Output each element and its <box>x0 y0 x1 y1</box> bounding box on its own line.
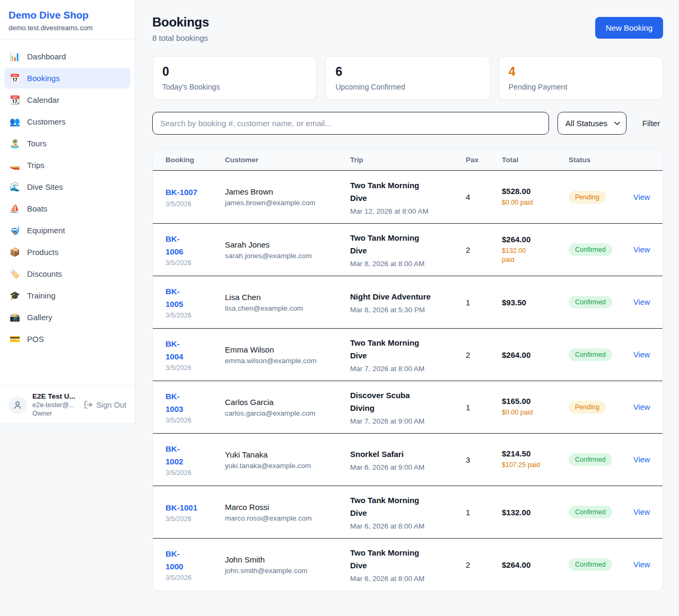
filter-row: All Statuses Filter <box>152 112 663 135</box>
sidebar-item-dive-sites[interactable]: 🌊 Dive Sites <box>4 177 130 197</box>
sidebar-item-discounts[interactable]: 🏷️ Discounts <box>4 263 130 284</box>
booking-id-link[interactable]: BK- 1005 <box>166 285 183 310</box>
booking-id-link[interactable]: BK- 1002 <box>166 443 183 468</box>
booking-date: 3/5/2026 <box>166 515 225 523</box>
shop-domain: demo.test.divestreams.com <box>8 24 126 32</box>
pax-count: 2 <box>466 245 502 254</box>
wave-icon: 🌊 <box>10 182 20 192</box>
page-title-block: Bookings 8 total bookings <box>152 15 209 42</box>
sidebar-item-customers[interactable]: 👥 Customers <box>4 111 130 132</box>
total-cell: $214.50 $107.25 paid <box>502 449 569 470</box>
status-badge: Confirmed <box>569 296 612 309</box>
trip-name: Two Tank Morning Dive <box>350 232 466 257</box>
column-header-total: Total <box>502 156 569 164</box>
status-badge: Confirmed <box>569 506 612 518</box>
pax-count: 1 <box>466 508 502 517</box>
total-cell: $93.50 <box>502 298 569 307</box>
trip-datetime: Mar 8, 2026 at 5:30 PM <box>350 306 466 314</box>
trip-name: Two Tank Morning Dive <box>350 179 466 205</box>
trip-name: Snorkel Safari <box>350 448 466 461</box>
view-link[interactable]: View <box>633 193 650 201</box>
sign-out-button[interactable]: Sign Out <box>84 400 126 409</box>
customer-email: sarah.jones@example.com <box>225 252 350 260</box>
person-icon <box>13 400 22 410</box>
view-link[interactable]: View <box>633 455 650 464</box>
view-link[interactable]: View <box>633 245 650 254</box>
new-booking-button[interactable]: New Booking <box>595 17 663 39</box>
view-link[interactable]: View <box>633 350 650 359</box>
sidebar-item-tours[interactable]: 🏝️ Tours <box>4 133 130 154</box>
customer-cell: Lisa Chen lisa.chen@example.com <box>225 293 350 312</box>
column-header-pax: Pax <box>466 156 502 164</box>
booking-id-link[interactable]: BK- 1003 <box>166 390 183 415</box>
sidebar-item-pos[interactable]: 💳 POS <box>4 329 130 349</box>
user-role: Owner <box>32 410 75 417</box>
booking-cell: BK-1007 3/5/2026 <box>166 186 225 207</box>
booking-id-link[interactable]: BK- 1006 <box>166 233 183 258</box>
trip-datetime: Mar 6, 2026 at 8:00 AM <box>350 522 466 530</box>
status-filter-select[interactable]: All Statuses <box>558 112 626 135</box>
column-header-status: Status <box>569 156 633 164</box>
view-link[interactable]: View <box>633 560 650 569</box>
stat-card: 0 Today's Bookings <box>152 56 317 100</box>
filter-button[interactable]: Filter <box>642 119 660 128</box>
user-email: e2e-tester@... <box>32 401 75 409</box>
user-name: E2E Test U... <box>32 392 75 400</box>
customer-cell: John Smith john.smith@example.com <box>225 555 350 575</box>
sign-out-label: Sign Out <box>97 401 126 409</box>
page-subtitle: 8 total bookings <box>152 33 209 42</box>
stats-row: 0 Today's Bookings 6 Upcoming Confirmed … <box>152 56 663 100</box>
shop-name: Demo Dive Shop <box>8 10 126 21</box>
stat-value: 4 <box>509 65 653 79</box>
sidebar-item-trips[interactable]: 🚤 Trips <box>4 155 130 175</box>
pax-count: 2 <box>466 350 502 359</box>
booking-date: 3/5/2026 <box>166 574 225 582</box>
sidebar-item-label: Discounts <box>27 269 62 278</box>
sidebar-item-label: Gallery <box>27 313 53 322</box>
total-amount: $165.00 <box>502 397 569 406</box>
customer-email: emma.wilson@example.com <box>225 357 350 365</box>
booking-id-link[interactable]: BK- 1000 <box>166 548 183 573</box>
graduation-cap-icon: 🎓 <box>10 291 20 301</box>
trip-cell: Two Tank Morning Dive Mar 6, 2026 at 8:0… <box>350 547 466 583</box>
customer-cell: Sarah Jones sarah.jones@example.com <box>225 240 350 260</box>
booking-id-link[interactable]: BK-1001 <box>166 501 197 514</box>
paid-amount: $107.25 paid <box>502 461 569 470</box>
package-icon: 📦 <box>10 247 20 257</box>
actions-cell: View <box>633 560 650 569</box>
booking-id-link[interactable]: BK- 1004 <box>166 338 183 363</box>
table-row: BK-1007 3/5/2026 James Brown james.brown… <box>153 171 663 223</box>
credit-card-icon: 💳 <box>10 334 20 344</box>
view-link[interactable]: View <box>633 403 650 411</box>
status-cell: Confirmed <box>569 348 633 361</box>
pax-count: 1 <box>466 403 502 412</box>
sidebar-item-calendar[interactable]: 📆 Calendar <box>4 90 130 110</box>
main-content: Bookings 8 total bookings New Booking 0 … <box>135 0 679 609</box>
search-input[interactable] <box>152 112 549 135</box>
diving-mask-icon: 🤿 <box>10 225 20 235</box>
actions-cell: View <box>633 297 650 307</box>
avatar <box>8 396 27 414</box>
trip-cell: Discover Scuba Diving Mar 7, 2026 at 9:0… <box>350 389 466 425</box>
booking-cell: BK- 1002 3/5/2026 <box>166 443 225 477</box>
total-amount: $264.00 <box>502 235 569 244</box>
status-badge: Pending <box>569 191 606 204</box>
booking-id-link[interactable]: BK-1007 <box>166 186 197 198</box>
trip-cell: Snorkel Safari Mar 6, 2026 at 9:00 AM <box>350 448 466 471</box>
view-link[interactable]: View <box>633 298 650 306</box>
sidebar-item-training[interactable]: 🎓 Training <box>4 285 130 306</box>
sailboat-icon: ⛵ <box>10 204 20 214</box>
sidebar-item-dashboard[interactable]: 📊 Dashboard <box>4 46 130 67</box>
sidebar-item-gallery[interactable]: 📸 Gallery <box>4 307 130 328</box>
sidebar-item-bookings[interactable]: 📅 Bookings <box>4 68 130 89</box>
view-link[interactable]: View <box>633 508 650 516</box>
status-badge: Confirmed <box>569 243 612 256</box>
sidebar-item-products[interactable]: 📦 Products <box>4 242 130 262</box>
sidebar-item-boats[interactable]: ⛵ Boats <box>4 198 130 219</box>
stat-label: Upcoming Confirmed <box>335 83 480 91</box>
bookings-table: Booking Customer Trip Pax Total Status B… <box>152 148 663 591</box>
sidebar-item-equipment[interactable]: 🤿 Equipment <box>4 220 130 241</box>
paid-amount: $132.00 paid <box>502 247 569 265</box>
total-amount: $528.00 <box>502 187 569 196</box>
booking-date: 3/5/2026 <box>166 417 225 424</box>
